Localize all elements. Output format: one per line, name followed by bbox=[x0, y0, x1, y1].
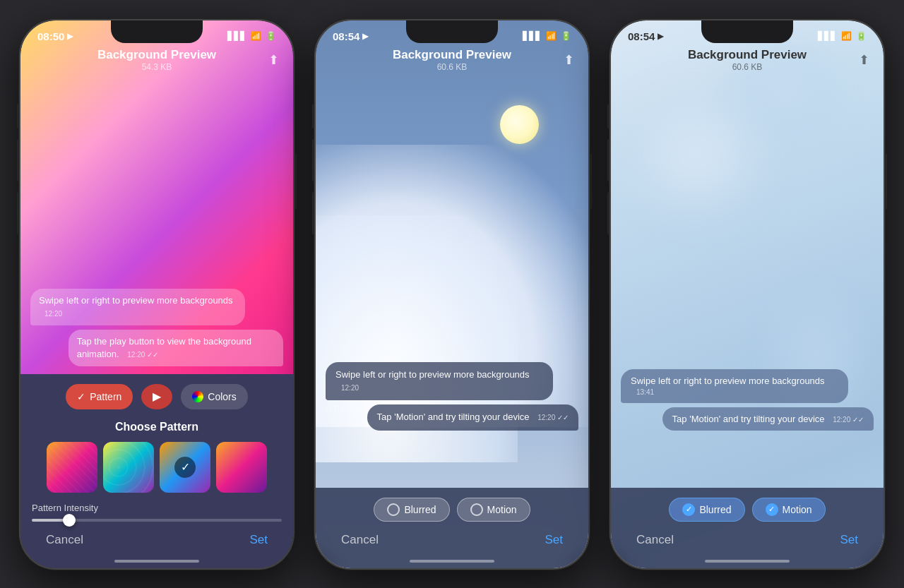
chat-area-3: Swipe left or right to preview more back… bbox=[611, 369, 884, 431]
phone-3-wrapper: 08:54 ▶ ▋▋▋ 📶 🔋 Background Preview 60.6 … bbox=[609, 19, 885, 570]
message-outgoing-1: Tap the play button to view the backgrou… bbox=[69, 330, 283, 366]
set-button-3[interactable]: Set bbox=[840, 533, 858, 547]
message-outgoing-2: Tap 'Motion' and try tilting your device… bbox=[367, 404, 578, 430]
status-time-1: 08:50 ▶ bbox=[37, 30, 73, 42]
chat-area-2: Swipe left or right to preview more back… bbox=[316, 362, 588, 431]
watermark-2: @TUPOU bbox=[326, 405, 357, 413]
side-button-power-3 bbox=[885, 153, 887, 210]
phone-3-frame: 08:54 ▶ ▋▋▋ 📶 🔋 Background Preview 60.6 … bbox=[609, 19, 885, 570]
nav-bar-2: Background Preview 60.6 KB ⬆ bbox=[316, 45, 588, 78]
share-icon-2[interactable]: ⬆ bbox=[564, 52, 574, 68]
message-incoming-3: Swipe left or right to preview more back… bbox=[621, 369, 848, 403]
wifi-icon-1: 📶 bbox=[251, 31, 261, 41]
section-title-1: Choose Pattern bbox=[32, 421, 282, 433]
motion-toggle-2[interactable]: Motion bbox=[457, 498, 530, 522]
set-button-1[interactable]: Set bbox=[249, 533, 268, 547]
location-icon-2: ▶ bbox=[362, 32, 368, 41]
signal-icon-2: ▋▋▋ bbox=[523, 31, 542, 41]
slider-thumb[interactable] bbox=[63, 514, 76, 527]
phone-2-frame: 08:54 ▶ ▋▋▋ 📶 🔋 Background Preview 60.6 … bbox=[314, 19, 590, 570]
action-buttons-1: ✓ Pattern ▶ Colors bbox=[32, 384, 282, 409]
phone3-background bbox=[611, 20, 884, 568]
pattern-thumb-3[interactable] bbox=[160, 442, 210, 493]
toggle-circle-blurred-2 bbox=[387, 503, 400, 516]
message-outgoing-3: Tap 'Motion' and try tilting your device… bbox=[662, 407, 874, 431]
bottom-actions-1: Cancel Set bbox=[32, 533, 282, 547]
cancel-button-2[interactable]: Cancel bbox=[341, 533, 379, 547]
moon-decoration bbox=[500, 105, 539, 144]
nav-bar-1: Background Preview 54.3 KB ⬆ bbox=[20, 45, 293, 78]
wifi-icon-2: 📶 bbox=[546, 31, 557, 41]
play-button[interactable]: ▶ bbox=[141, 384, 172, 409]
bottom-actions-2: Cancel Set bbox=[327, 533, 577, 547]
battery-icon-1: 🔋 bbox=[266, 31, 276, 41]
set-button-2[interactable]: Set bbox=[545, 533, 563, 547]
phone-2-screen: 08:54 ▶ ▋▋▋ 📶 🔋 Background Preview 60.6 … bbox=[316, 20, 588, 568]
nav-title-2: Background Preview 60.6 KB bbox=[393, 48, 511, 72]
location-icon-1: ▶ bbox=[67, 32, 73, 41]
signal-icon-3: ▋▋▋ bbox=[818, 31, 837, 41]
battery-icon-2: 🔋 bbox=[561, 31, 571, 41]
message-incoming-1: Swipe left or right to preview more back… bbox=[30, 289, 245, 325]
bottom-panel-3: ✓ Blurred ✓ Motion Cancel Set bbox=[611, 488, 884, 568]
pattern-intensity-label: Pattern Intensity bbox=[32, 503, 282, 513]
toggle-buttons-2: Blurred Motion bbox=[327, 498, 577, 522]
phone-1-frame: 08:50 ▶ ▋▋▋ 📶 🔋 Background Preview 54.3 … bbox=[19, 19, 295, 570]
blurred-toggle-3[interactable]: ✓ Blurred bbox=[669, 498, 744, 522]
bottom-panel-1: ✓ Pattern ▶ Colors Choose Pattern bbox=[20, 374, 293, 568]
location-icon-3: ▶ bbox=[658, 32, 663, 41]
signal-icon-1: ▋▋▋ bbox=[227, 31, 246, 41]
pattern-grid bbox=[32, 442, 282, 493]
motion-toggle-3[interactable]: ✓ Motion bbox=[752, 498, 826, 522]
home-indicator-3 bbox=[705, 560, 790, 563]
checkmark-icon: ✓ bbox=[77, 391, 85, 402]
play-icon: ▶ bbox=[153, 390, 161, 403]
nav-title-1: Background Preview 54.3 KB bbox=[97, 48, 216, 72]
home-indicator-1 bbox=[114, 560, 199, 563]
toggle-circle-motion-3: ✓ bbox=[766, 503, 778, 516]
blurred-toggle-2[interactable]: Blurred bbox=[374, 498, 449, 522]
pattern-button[interactable]: ✓ Pattern bbox=[66, 384, 133, 409]
phone-1-screen: 08:50 ▶ ▋▋▋ 📶 🔋 Background Preview 54.3 … bbox=[20, 20, 293, 568]
toggle-buttons-3: ✓ Blurred ✓ Motion bbox=[622, 498, 872, 522]
cancel-button-3[interactable]: Cancel bbox=[636, 533, 674, 547]
slider-track bbox=[32, 519, 282, 522]
blur-blob-2 bbox=[625, 91, 766, 218]
status-bar-3: 08:54 ▶ ▋▋▋ 📶 🔋 bbox=[611, 20, 884, 45]
bottom-actions-3: Cancel Set bbox=[622, 533, 872, 547]
toggle-circle-motion-2 bbox=[470, 503, 483, 516]
status-icons-2: ▋▋▋ 📶 🔋 bbox=[523, 31, 571, 41]
side-button-power bbox=[295, 153, 297, 210]
nav-title-3: Background Preview 60.6 KB bbox=[688, 48, 807, 72]
phone2-background bbox=[316, 20, 588, 568]
phone-1-wrapper: 08:50 ▶ ▋▋▋ 📶 🔋 Background Preview 54.3 … bbox=[19, 19, 295, 570]
pattern-thumb-1[interactable] bbox=[47, 442, 97, 493]
phone-3-screen: 08:54 ▶ ▋▋▋ 📶 🔋 Background Preview 60.6 … bbox=[611, 20, 884, 568]
colors-dot-icon bbox=[192, 391, 203, 402]
home-indicator-2 bbox=[410, 560, 494, 563]
side-button-power-2 bbox=[590, 153, 592, 210]
toggle-circle-blurred-3: ✓ bbox=[682, 503, 695, 516]
cancel-button-1[interactable]: Cancel bbox=[46, 533, 83, 547]
pattern-thumb-4[interactable] bbox=[216, 442, 267, 493]
battery-icon-3: 🔋 bbox=[856, 31, 867, 41]
status-bar-2: 08:54 ▶ ▋▋▋ 📶 🔋 bbox=[316, 20, 588, 45]
chat-area-1: Swipe left or right to preview more back… bbox=[20, 289, 293, 371]
share-icon-1[interactable]: ⬆ bbox=[268, 52, 279, 68]
wifi-icon-3: 📶 bbox=[841, 31, 852, 41]
status-bar-1: 08:50 ▶ ▋▋▋ 📶 🔋 bbox=[20, 20, 293, 45]
message-incoming-2: Swipe left or right to preview more back… bbox=[326, 362, 553, 400]
phone-2-wrapper: 08:54 ▶ ▋▋▋ 📶 🔋 Background Preview 60.6 … bbox=[314, 19, 590, 570]
pattern-thumb-2[interactable] bbox=[103, 442, 154, 493]
bottom-panel-2: Blurred Motion Cancel Set bbox=[316, 488, 588, 568]
status-icons-3: ▋▋▋ 📶 🔋 bbox=[818, 31, 867, 41]
phones-container: 08:50 ▶ ▋▋▋ 📶 🔋 Background Preview 54.3 … bbox=[19, 19, 885, 570]
pattern-intensity-slider[interactable]: Pattern Intensity bbox=[32, 503, 282, 522]
colors-button[interactable]: Colors bbox=[181, 384, 247, 409]
status-icons-1: ▋▋▋ 📶 🔋 bbox=[227, 31, 276, 41]
status-time-2: 08:54 ▶ bbox=[333, 30, 368, 42]
nav-bar-3: Background Preview 60.6 KB ⬆ bbox=[611, 45, 884, 78]
share-icon-3[interactable]: ⬆ bbox=[859, 52, 869, 68]
status-time-3: 08:54 ▶ bbox=[628, 30, 663, 42]
